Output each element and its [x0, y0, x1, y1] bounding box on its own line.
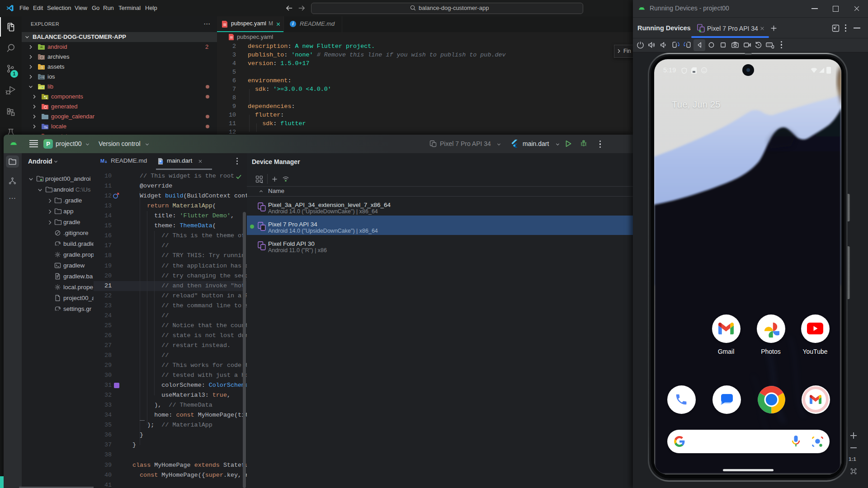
svg-text:iOS: iOS — [40, 76, 44, 79]
svg-text:M: M — [100, 158, 104, 164]
